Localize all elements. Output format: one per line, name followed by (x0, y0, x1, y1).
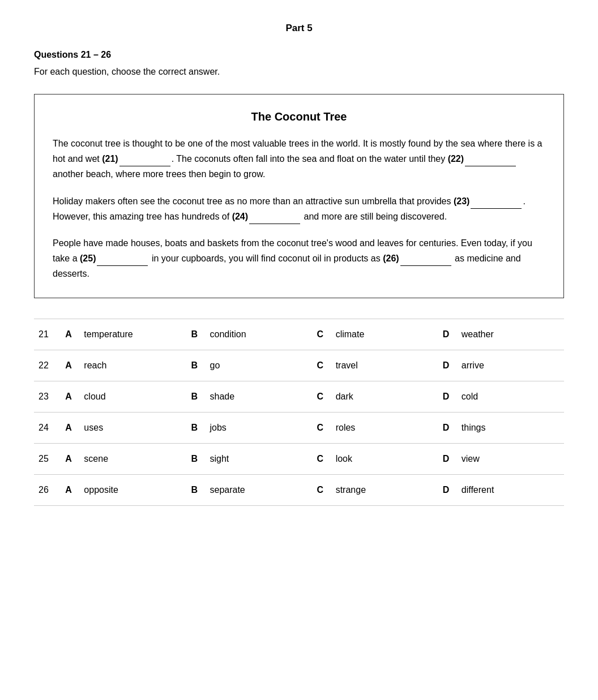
option-letter: D (438, 319, 457, 350)
blank-24: (24) (232, 212, 301, 221)
table-row: 25AsceneBsightClookDview (34, 443, 564, 474)
option-text: weather (457, 319, 564, 350)
option-text: cloud (79, 381, 186, 412)
answers-table: 21AtemperatureBconditionCclimateDweather… (34, 319, 564, 506)
option-text: temperature (79, 319, 186, 350)
option-letter: D (438, 412, 457, 443)
option-letter: C (313, 319, 331, 350)
option-letter: A (61, 350, 79, 381)
option-text: scene (79, 443, 186, 474)
option-letter: A (61, 474, 79, 505)
option-text: reach (79, 350, 186, 381)
option-text: different (457, 474, 564, 505)
option-text: strange (331, 474, 438, 505)
page-title: Part 5 (34, 23, 564, 34)
option-text: opposite (79, 474, 186, 505)
option-letter: D (438, 350, 457, 381)
table-row: 21AtemperatureBconditionCclimateDweather (34, 319, 564, 350)
option-letter: C (313, 412, 331, 443)
table-row: 24AusesBjobsCrolesDthings (34, 412, 564, 443)
question-number: 23 (34, 381, 61, 412)
option-letter: D (438, 381, 457, 412)
question-number: 24 (34, 412, 61, 443)
option-letter: B (186, 412, 205, 443)
option-text: go (206, 350, 313, 381)
option-text: dark (331, 381, 438, 412)
blank-23: (23) (454, 196, 523, 206)
blank-26: (26) (383, 254, 452, 263)
option-letter: A (61, 443, 79, 474)
passage-box: The Coconut Tree The coconut tree is tho… (34, 94, 564, 298)
option-letter: D (438, 474, 457, 505)
questions-label: Questions 21 – 26 (34, 50, 564, 60)
blank-22: (22) (448, 154, 517, 164)
option-letter: C (313, 443, 331, 474)
table-row: 23AcloudBshadeCdarkDcold (34, 381, 564, 412)
option-letter: C (313, 350, 331, 381)
option-letter: B (186, 319, 205, 350)
option-letter: A (61, 381, 79, 412)
option-letter: A (61, 319, 79, 350)
passage-paragraph-3: People have made houses, boats and baske… (53, 235, 545, 282)
blank-25: (25) (80, 254, 149, 263)
option-letter: B (186, 350, 205, 381)
option-letter: A (61, 412, 79, 443)
blank-21: (21) (102, 154, 171, 164)
option-text: things (457, 412, 564, 443)
instruction: For each question, choose the correct an… (34, 67, 564, 77)
option-letter: D (438, 443, 457, 474)
option-text: shade (206, 381, 313, 412)
option-text: travel (331, 350, 438, 381)
option-text: sight (206, 443, 313, 474)
option-text: climate (331, 319, 438, 350)
option-text: condition (206, 319, 313, 350)
option-text: cold (457, 381, 564, 412)
option-letter: B (186, 474, 205, 505)
option-text: view (457, 443, 564, 474)
question-number: 26 (34, 474, 61, 505)
option-text: uses (79, 412, 186, 443)
option-text: separate (206, 474, 313, 505)
table-row: 22AreachBgoCtravelDarrive (34, 350, 564, 381)
option-letter: C (313, 474, 331, 505)
option-text: arrive (457, 350, 564, 381)
option-text: look (331, 443, 438, 474)
passage-paragraph-2: Holiday makers often see the coconut tre… (53, 194, 545, 224)
option-letter: B (186, 381, 205, 412)
question-number: 21 (34, 319, 61, 350)
option-text: jobs (206, 412, 313, 443)
passage-title: The Coconut Tree (53, 110, 545, 123)
option-text: roles (331, 412, 438, 443)
table-row: 26AoppositeBseparateCstrangeDdifferent (34, 474, 564, 505)
passage-paragraph-1: The coconut tree is thought to be one of… (53, 136, 545, 182)
question-number: 22 (34, 350, 61, 381)
option-letter: B (186, 443, 205, 474)
option-letter: C (313, 381, 331, 412)
question-number: 25 (34, 443, 61, 474)
